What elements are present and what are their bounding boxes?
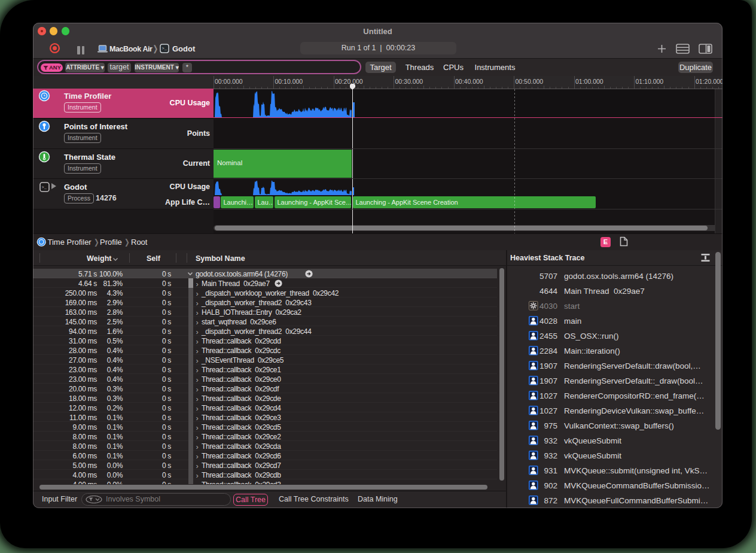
svg-text:>_: >_: [162, 46, 167, 51]
svg-text:>_: >_: [42, 185, 47, 190]
